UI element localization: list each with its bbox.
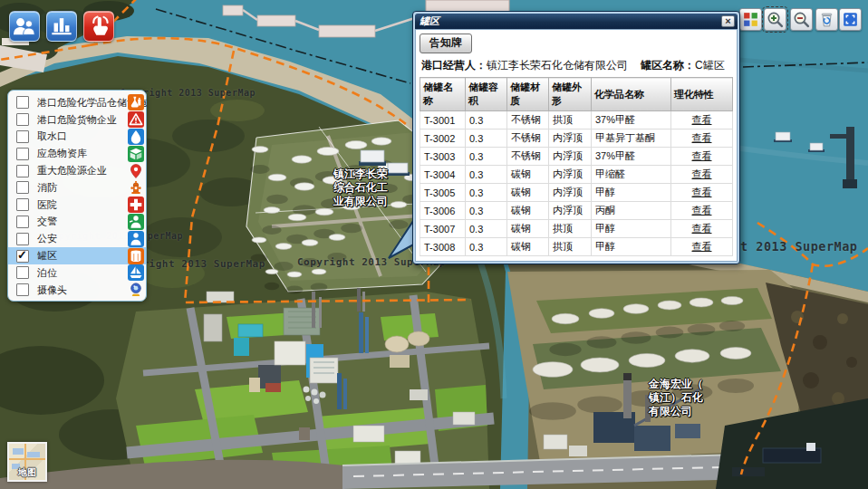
layer-item[interactable]: 泊位 <box>8 264 146 282</box>
cell-action: 查看 <box>671 184 733 202</box>
view-link[interactable]: 查看 <box>692 223 712 234</box>
touch-select-button[interactable] <box>83 11 114 42</box>
dialog-titlebar[interactable]: 罐区 × <box>415 14 738 29</box>
cell-action: 查看 <box>671 166 733 184</box>
layer-item-label: 港口危险货物企业 <box>37 113 117 127</box>
layer-item-label: 重大危险源企业 <box>37 164 107 177</box>
col-header: 储罐材质 <box>507 78 549 111</box>
cell-volume: 0.3 <box>466 111 507 129</box>
cell-volume: 0.3 <box>466 166 507 184</box>
area-value: C罐区 <box>695 59 725 72</box>
view-link[interactable]: 查看 <box>692 205 712 216</box>
checkbox[interactable] <box>16 283 29 296</box>
checkbox[interactable] <box>16 250 29 263</box>
view-link[interactable]: 查看 <box>692 132 712 143</box>
cell-material: 碳钢 <box>507 166 549 184</box>
layer-item-label: 取水口 <box>37 129 67 143</box>
zoom-in-button[interactable] <box>764 8 786 31</box>
zoom-out-icon <box>792 10 811 29</box>
layer-item[interactable]: 公安 <box>8 230 146 247</box>
crowd-button[interactable] <box>9 11 40 42</box>
layer-item[interactable]: 医院 <box>8 197 146 214</box>
tank-area-icon <box>128 248 144 264</box>
company-label-right: 金海宏业（ 镇江）石化 有限公司 <box>649 378 703 418</box>
checkbox[interactable] <box>16 266 29 279</box>
cell-material: 不锈钢 <box>507 111 549 129</box>
cell-tank-name: T-3007 <box>420 220 466 238</box>
cell-chemical: 甲醇 <box>592 220 671 238</box>
checkbox[interactable] <box>16 216 29 228</box>
col-header: 储罐名称 <box>420 78 466 111</box>
operator-label: 港口经营人： <box>421 59 487 72</box>
minimap-toggle[interactable]: 地图 <box>7 442 47 482</box>
cell-tank-name: T-3008 <box>420 238 466 256</box>
cell-shape: 内浮顶 <box>549 148 592 166</box>
cell-action: 查看 <box>671 111 733 129</box>
layer-item-label: 罐区 <box>37 249 57 263</box>
layer-list: 港口危险化学品仓储设施 港口危险货物企业 取水口 应急物资库 重大危险源企业 <box>8 94 146 299</box>
layer-item[interactable]: 罐区 <box>8 247 146 264</box>
layer-item[interactable]: 交警 <box>8 214 146 231</box>
cell-volume: 0.3 <box>466 202 507 220</box>
checkbox[interactable] <box>16 181 29 194</box>
zoom-out-button[interactable] <box>790 8 813 31</box>
view-link[interactable]: 查看 <box>692 241 712 252</box>
layer-item[interactable]: 取水口 <box>8 129 146 146</box>
legend-button[interactable] <box>739 8 762 31</box>
cell-chemical: 37%甲醛 <box>592 111 671 129</box>
cell-volume: 0.3 <box>466 129 507 148</box>
checkbox[interactable] <box>16 148 29 160</box>
table-row: T-3008 0.3 碳钢 拱顶 甲醇 查看 <box>420 238 733 256</box>
layer-item[interactable]: 摄像头 <box>8 282 146 299</box>
cell-chemical: 丙酮 <box>592 202 671 220</box>
view-link[interactable]: 查看 <box>692 187 712 197</box>
layer-item[interactable]: 重大危险源企业 <box>8 162 146 179</box>
cell-action: 查看 <box>671 220 733 238</box>
table-row: T-3007 0.3 碳钢 拱顶 甲醇 查看 <box>420 220 733 238</box>
area-label: 罐区名称： <box>641 59 695 72</box>
close-icon[interactable]: × <box>721 15 735 27</box>
cell-tank-name: T-3001 <box>420 111 466 129</box>
statistics-button[interactable] <box>46 11 77 42</box>
cell-material: 不锈钢 <box>507 148 549 166</box>
notice-board-button[interactable]: 告知牌 <box>420 34 472 53</box>
cell-action: 查看 <box>671 129 733 148</box>
cell-material: 不锈钢 <box>507 129 549 148</box>
cell-shape: 拱顶 <box>549 111 592 129</box>
main-toolbar <box>9 11 114 42</box>
table-header-row: 储罐名称 储罐容积 储罐材质 储罐外形 化学品名称 理化特性 <box>420 78 733 111</box>
cell-shape: 内浮顶 <box>549 184 592 202</box>
view-link[interactable]: 查看 <box>692 168 712 179</box>
cell-chemical: 甲醇 <box>592 184 671 202</box>
tank-area-dialog: 罐区 × 告知牌 港口经营人：镇江李长荣石化仓储有限公司罐区名称：C罐区 储罐名… <box>412 11 740 264</box>
checkbox[interactable] <box>16 165 29 177</box>
emergency-supplies-icon <box>128 146 144 162</box>
minimap-block <box>13 448 24 455</box>
statistics-chart-icon <box>47 12 76 41</box>
berth-icon <box>128 264 144 281</box>
hospital-icon <box>128 197 144 213</box>
tank-table-body: T-3001 0.3 不锈钢 拱顶 37%甲醛 查看 T-3002 0.3 不锈… <box>420 111 733 256</box>
company-label-left: 镇江李长荣 综合石化工 业有限公司 <box>333 168 388 208</box>
view-link[interactable]: 查看 <box>692 150 712 161</box>
clear-button[interactable] <box>815 8 838 31</box>
layer-item[interactable]: 消防 <box>8 179 146 197</box>
minimap-road <box>9 458 45 460</box>
layer-item-label: 泊位 <box>37 266 57 280</box>
cell-volume: 0.3 <box>466 238 507 256</box>
checkbox[interactable] <box>16 233 29 245</box>
layer-item-label: 摄像头 <box>37 283 67 297</box>
layer-item[interactable]: 港口危险货物企业 <box>8 111 146 129</box>
cell-shape: 内浮顶 <box>549 129 592 148</box>
checkbox[interactable] <box>16 198 29 211</box>
checkbox[interactable] <box>16 113 29 126</box>
checkbox[interactable] <box>16 130 29 143</box>
checkbox[interactable] <box>16 96 29 109</box>
view-link[interactable]: 查看 <box>692 114 712 125</box>
table-row: T-3002 0.3 不锈钢 内浮顶 甲基异丁基酮 查看 <box>420 129 733 148</box>
layer-item[interactable]: 港口危险化学品仓储设施 <box>8 94 146 111</box>
minimap-label: 地图 <box>9 466 45 479</box>
dialog-title: 罐区 <box>420 14 439 28</box>
full-extent-button[interactable] <box>839 8 862 31</box>
layer-item[interactable]: 应急物资库 <box>8 145 146 162</box>
